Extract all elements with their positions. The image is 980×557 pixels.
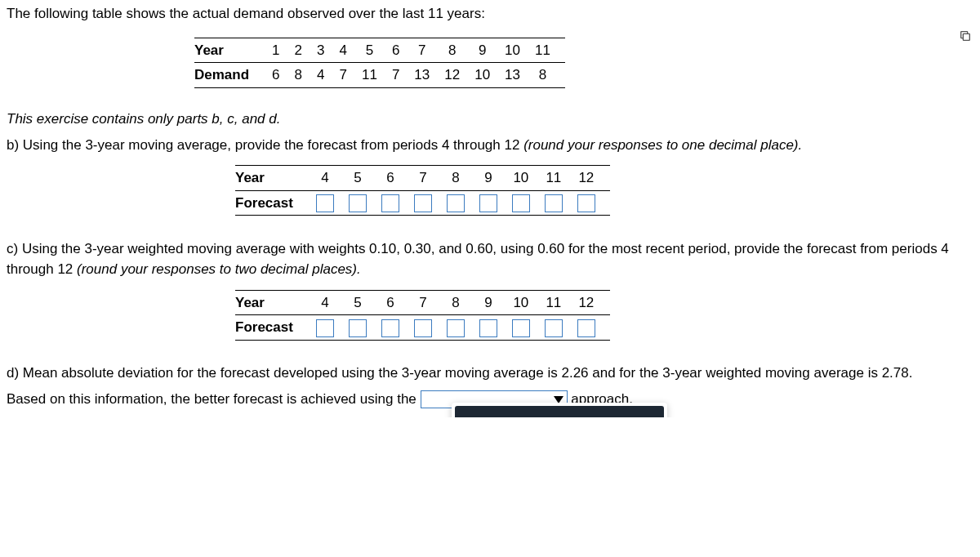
part-c-table: Year 4 5 6 7 8 9 10 11 12 Forecast (235, 290, 610, 341)
part-c-input-12[interactable] (577, 319, 595, 337)
part-d-line1: d) Mean absolute deviation for the forec… (7, 363, 973, 384)
part-c-input-8[interactable] (447, 319, 465, 337)
intro-text: The following table shows the actual dem… (7, 3, 973, 25)
part-b-input-7[interactable] (414, 194, 432, 212)
part-c-text: c) Using the 3-year weighted moving aver… (7, 238, 973, 280)
year-row-label: Year (194, 38, 272, 63)
svg-rect-0 (963, 33, 969, 40)
part-b-table: Year 4 5 6 7 8 9 10 11 12 Forecast (235, 165, 610, 216)
part-b-input-4[interactable] (316, 194, 334, 212)
part-b-input-9[interactable] (479, 194, 497, 212)
parts-note: This exercise contains only parts b, c, … (7, 109, 973, 130)
part-b-forecast-label: Forecast (235, 190, 316, 216)
approach-dropdown-panel: 3-year moving average weighted moving av… (452, 403, 667, 417)
dropdown-selected-blank[interactable] (455, 406, 664, 417)
demand-row-label: Demand (194, 63, 272, 88)
part-c-year-label: Year (235, 290, 316, 315)
part-c-forecast-label: Forecast (235, 315, 316, 341)
part-b-input-11[interactable] (545, 194, 563, 212)
copy-icon[interactable] (959, 29, 972, 42)
part-b-year-label: Year (235, 166, 316, 191)
part-b-input-5[interactable] (349, 194, 367, 212)
part-b-text: b) Using the 3-year moving average, prov… (7, 135, 973, 156)
part-b-input-12[interactable] (577, 194, 595, 212)
part-c-input-11[interactable] (545, 319, 563, 337)
part-c-input-9[interactable] (479, 319, 497, 337)
demand-table: Year 1 2 3 4 5 6 7 8 9 10 11 Demand 6 8 … (194, 38, 565, 88)
part-b-input-6[interactable] (381, 194, 399, 212)
part-b-input-8[interactable] (447, 194, 465, 212)
part-c-input-4[interactable] (316, 319, 334, 337)
part-c-input-6[interactable] (381, 319, 399, 337)
part-b-input-10[interactable] (512, 194, 530, 212)
part-c-input-7[interactable] (414, 319, 432, 337)
part-c-input-10[interactable] (512, 319, 530, 337)
part-c-input-5[interactable] (349, 319, 367, 337)
